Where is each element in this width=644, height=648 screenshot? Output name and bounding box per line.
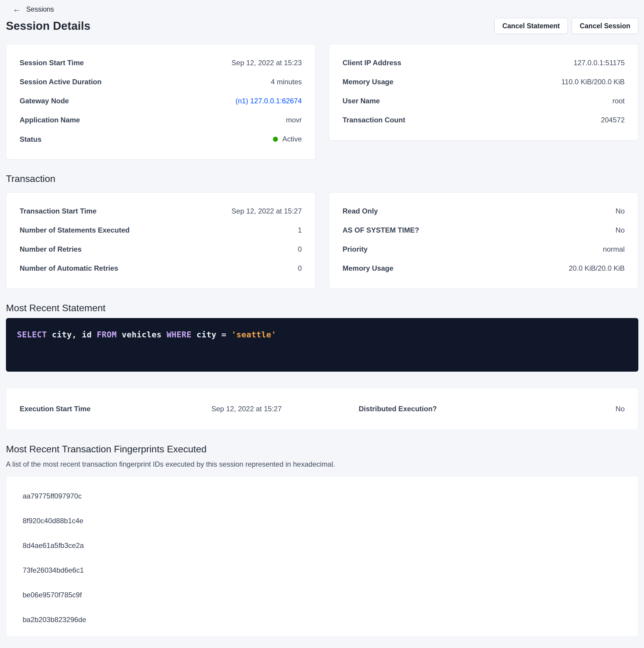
- summary-row: Client IP Address127.0.0.1:51175: [343, 59, 625, 69]
- summary-value: No: [616, 226, 625, 234]
- sql-token-plain: vehicles: [117, 330, 167, 339]
- transaction-card-right: Read OnlyNoAS OF SYSTEM TIME?NoPriorityn…: [329, 193, 638, 289]
- session-summary-card-left: Session Start TimeSep 12, 2022 at 15:23S…: [6, 44, 315, 160]
- sql-token-keyword: WHERE: [167, 330, 192, 339]
- summary-label: Memory Usage: [343, 78, 394, 86]
- summary-value: 1: [298, 226, 302, 234]
- fingerprints-description: A list of the most recent transaction fi…: [6, 459, 638, 469]
- summary-row: Number of Retries0: [20, 245, 302, 255]
- summary-label: Gateway Node: [20, 97, 69, 105]
- fingerprint-id: 8f920c40d88b1c4e: [22, 517, 625, 525]
- summary-value: Sep 12, 2022 at 15:23: [232, 59, 302, 67]
- execution-start-label: Execution Start Time: [20, 405, 171, 413]
- distributed-execution-value: No: [616, 405, 625, 413]
- sql-token-string: 'seattle': [232, 330, 277, 339]
- fingerprint-id: aa79775ff097970c: [22, 492, 625, 501]
- summary-label: User Name: [343, 97, 380, 105]
- summary-label: Read Only: [343, 207, 378, 215]
- transaction-card-left: Transaction Start TimeSep 12, 2022 at 15…: [6, 193, 315, 289]
- execution-row: Execution Start Time Sep 12, 2022 at 15:…: [20, 405, 625, 413]
- summary-row: AS OF SYSTEM TIME?No: [343, 226, 625, 236]
- transaction-grid: Transaction Start TimeSep 12, 2022 at 15…: [6, 193, 638, 289]
- execution-start-value: Sep 12, 2022 at 15:27: [211, 405, 282, 413]
- statement-section-title: Most Recent Statement: [6, 302, 638, 314]
- header-actions: Cancel StatementCancel Session: [494, 18, 638, 34]
- summary-label: Priority: [343, 245, 367, 254]
- summary-row: Session Active Duration4 minutes: [20, 78, 302, 88]
- session-summary-grid: Session Start TimeSep 12, 2022 at 15:23S…: [6, 44, 638, 160]
- summary-value: 0: [298, 245, 302, 254]
- summary-row: Gateway Node(n1) 127.0.0.1:62674: [20, 97, 302, 107]
- execution-card: Execution Start Time Sep 12, 2022 at 15:…: [6, 388, 638, 430]
- status-text: Active: [282, 135, 302, 143]
- fingerprints-section-title: Most Recent Transaction Fingerprints Exe…: [6, 443, 638, 455]
- summary-value: root: [612, 97, 625, 105]
- summary-row: Transaction Count204572: [343, 116, 625, 126]
- summary-row: Read OnlyNo: [343, 207, 625, 217]
- summary-label: Application Name: [20, 116, 80, 124]
- summary-label: Number of Statements Executed: [20, 226, 129, 234]
- distributed-execution-label: Distributed Execution?: [359, 405, 437, 413]
- summary-label: Transaction Count: [343, 116, 405, 124]
- summary-row: Number of Statements Executed1: [20, 226, 302, 236]
- fingerprint-id: ba2b203b823296de: [22, 615, 625, 624]
- summary-value: 204572: [601, 116, 625, 124]
- summary-row: Number of Automatic Retries0: [20, 264, 302, 274]
- fingerprint-id: 73fe26034bd6e6c1: [22, 566, 625, 575]
- summary-label: Number of Automatic Retries: [20, 264, 118, 272]
- fingerprint-id: 8d4ae61a5fb3ce2a: [22, 541, 625, 550]
- summary-value: Sep 12, 2022 at 15:27: [232, 207, 302, 215]
- summary-row: Transaction Start TimeSep 12, 2022 at 15…: [20, 207, 302, 217]
- cancel-statement-button[interactable]: Cancel Statement: [494, 18, 568, 34]
- fingerprint-id: be06e9570f785c9f: [22, 591, 625, 599]
- summary-row: Application Namemovr: [20, 116, 302, 126]
- summary-label: Transaction Start Time: [20, 207, 97, 215]
- summary-label: Memory Usage: [343, 264, 394, 272]
- summary-value: 20.0 KiB/20.0 KiB: [569, 264, 625, 272]
- cancel-session-button[interactable]: Cancel Session: [572, 18, 638, 34]
- summary-value: 110.0 KiB/200.0 KiB: [561, 78, 625, 86]
- transaction-section-title: Transaction: [6, 173, 638, 184]
- summary-label: Client IP Address: [343, 59, 401, 67]
- sql-token-keyword: FROM: [97, 330, 117, 339]
- breadcrumb-back-sessions[interactable]: ← Sessions: [12, 4, 54, 14]
- summary-label: Session Active Duration: [20, 78, 102, 86]
- page-header: Session Details Cancel StatementCancel S…: [6, 18, 638, 34]
- summary-row: Prioritynormal: [343, 245, 625, 255]
- summary-value: 127.0.0.1:51175: [574, 59, 625, 67]
- summary-row: StatusActive: [20, 135, 302, 145]
- summary-value: No: [616, 207, 625, 215]
- back-arrow-icon: ←: [12, 5, 21, 13]
- status-badge: Active: [273, 135, 302, 143]
- summary-row: Session Start TimeSep 12, 2022 at 15:23: [20, 59, 302, 69]
- summary-value: normal: [603, 245, 625, 254]
- sql-token-plain: city =: [191, 330, 231, 339]
- summary-row: Memory Usage20.0 KiB/20.0 KiB: [343, 264, 625, 274]
- summary-value: movr: [286, 116, 302, 124]
- fingerprints-card: aa79775ff097970c8f920c40d88b1c4e8d4ae61a…: [6, 476, 638, 637]
- breadcrumb-label: Sessions: [26, 5, 54, 13]
- summary-label: Session Start Time: [20, 59, 84, 67]
- gateway-node-link[interactable]: (n1) 127.0.0.1:62674: [235, 97, 302, 105]
- summary-label: AS OF SYSTEM TIME?: [343, 226, 419, 234]
- session-details-page: ← Sessions Session Details Cancel Statem…: [0, 0, 644, 637]
- summary-value: 4 minutes: [271, 78, 302, 86]
- summary-label: Number of Retries: [20, 245, 81, 254]
- sql-statement: SELECT city, id FROM vehicles WHERE city…: [17, 330, 276, 339]
- sql-token-plain: city, id: [47, 330, 97, 339]
- summary-row: User Nameroot: [343, 97, 625, 107]
- page-title: Session Details: [6, 20, 91, 33]
- summary-label: Status: [20, 135, 41, 144]
- status-active-dot-icon: [273, 137, 278, 142]
- sql-token-keyword: SELECT: [17, 330, 47, 339]
- sql-statement-box: SELECT city, id FROM vehicles WHERE city…: [6, 318, 638, 372]
- summary-row: Memory Usage110.0 KiB/200.0 KiB: [343, 78, 625, 88]
- summary-value: 0: [298, 264, 302, 272]
- session-summary-card-right: Client IP Address127.0.0.1:51175Memory U…: [329, 44, 638, 141]
